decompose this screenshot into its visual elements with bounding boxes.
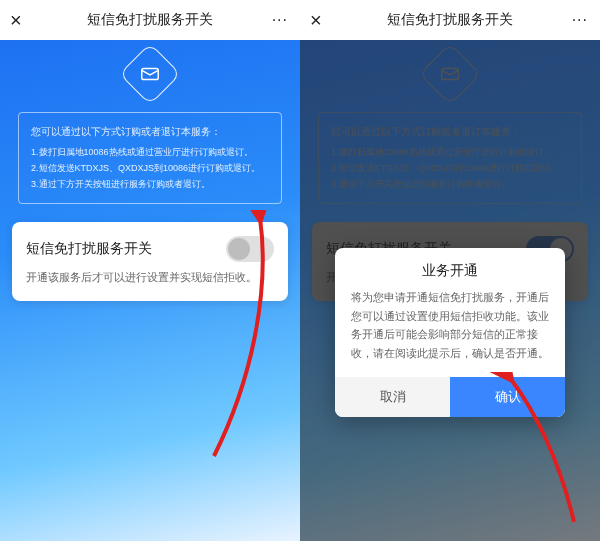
info-line: 2.短信发送KTDXJS、QXDXJS到10086进行订购或退订。 bbox=[31, 160, 269, 176]
confirm-button[interactable]: 确认 bbox=[450, 377, 565, 417]
page-title: 短信免打扰服务开关 bbox=[387, 11, 513, 29]
svg-rect-0 bbox=[142, 69, 159, 80]
info-line: 1.拨打归属地10086热线或通过营业厅进行订购或退订。 bbox=[31, 144, 269, 160]
service-card: 短信免打扰服务开关 开通该服务后才可以进行设置并实现短信拒收。 bbox=[12, 222, 288, 301]
toggle-knob bbox=[228, 238, 250, 260]
left-screen: × 短信免打扰服务开关 ··· 您可以通过以下方式订购或者退订本服务： 1.拨打… bbox=[0, 0, 300, 541]
close-icon[interactable]: × bbox=[10, 10, 22, 30]
right-screen: × 短信免打扰服务开关 ··· 您可以通过以下方式订购或者退订本服务： 1.拨打… bbox=[300, 0, 600, 541]
topbar: × 短信免打扰服务开关 ··· bbox=[0, 0, 300, 40]
more-icon[interactable]: ··· bbox=[272, 11, 288, 29]
dialog-title: 业务开通 bbox=[335, 248, 565, 288]
cancel-button[interactable]: 取消 bbox=[335, 377, 450, 417]
hero: 您可以通过以下方式订购或者退订本服务： 1.拨打归属地10086热线或通过营业厅… bbox=[0, 40, 300, 204]
topbar: × 短信免打扰服务开关 ··· bbox=[300, 0, 600, 40]
mail-icon bbox=[119, 43, 181, 105]
more-icon[interactable]: ··· bbox=[572, 11, 588, 29]
page-title: 短信免打扰服务开关 bbox=[87, 11, 213, 29]
card-title: 短信免打扰服务开关 bbox=[26, 240, 152, 258]
card-desc: 开通该服务后才可以进行设置并实现短信拒收。 bbox=[26, 270, 274, 285]
service-toggle[interactable] bbox=[226, 236, 274, 262]
confirm-dialog: 业务开通 将为您申请开通短信免打扰服务，开通后您可以通过设置使用短信拒收功能。该… bbox=[335, 248, 565, 417]
info-box: 您可以通过以下方式订购或者退订本服务： 1.拨打归属地10086热线或通过营业厅… bbox=[18, 112, 282, 204]
close-icon[interactable]: × bbox=[310, 10, 322, 30]
dialog-buttons: 取消 确认 bbox=[335, 377, 565, 417]
info-lead: 您可以通过以下方式订购或者退订本服务： bbox=[31, 123, 269, 140]
info-line: 3.通过下方开关按钮进行服务订购或者退订。 bbox=[31, 176, 269, 192]
dialog-body: 将为您申请开通短信免打扰服务，开通后您可以通过设置使用短信拒收功能。该业务开通后… bbox=[335, 288, 565, 377]
